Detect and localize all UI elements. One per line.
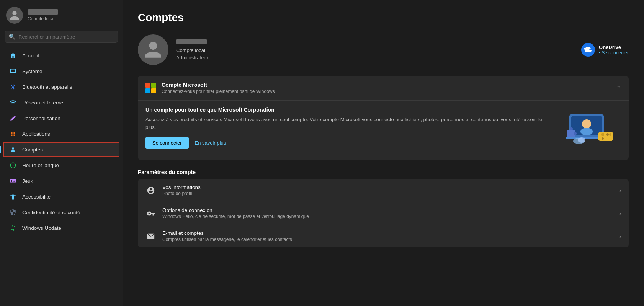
ms-account-promo-text: Un compte pour tout ce que Microsoft Cor… (145, 107, 552, 151)
avatar (6, 7, 23, 24)
accessibility-icon (9, 193, 17, 200)
profile-name-blur (28, 9, 58, 15)
sidebar-item-applications[interactable]: Applications (3, 126, 119, 142)
ms-account-card: Compte Microsoft Connectez-vous pour tir… (138, 76, 629, 160)
update-icon (9, 224, 17, 232)
connexion-title: Options de connexion (162, 207, 613, 213)
ms-promo-desc: Accédez à vos produits et services Micro… (145, 116, 552, 131)
sidebar-item-heure[interactable]: Heure et langue (3, 158, 119, 173)
ms-promo-illustration (560, 107, 621, 151)
sidebar-item-accessibilite[interactable]: Accessibilité (3, 189, 119, 204)
accounts-icon (9, 146, 17, 153)
search-input[interactable] (18, 34, 114, 40)
settings-item-email[interactable]: E-mail et comptes Comptes utilisés par l… (138, 225, 629, 247)
email-desc: Comptes utilisés par la messagerie, le c… (162, 237, 613, 242)
personalize-icon (9, 114, 17, 122)
section-title: Paramètres du compte (138, 169, 629, 175)
connexion-desc: Windows Hello, clé de sécurité, mot de p… (162, 214, 613, 219)
profile-subtitle: Compte local (28, 16, 58, 21)
bluetooth-icon (9, 83, 17, 91)
ms-logo-green (151, 83, 156, 88)
onedrive-title: OneDrive (599, 44, 629, 50)
onedrive-dot: • (599, 50, 600, 55)
sidebar-item-confidentialite[interactable]: Confidentialité et sécurité (3, 205, 119, 220)
apps-icon (9, 130, 17, 138)
home-icon (9, 52, 17, 59)
sidebar-item-systeme[interactable]: Système (3, 63, 119, 79)
sidebar-item-label: Accueil (22, 53, 39, 59)
ms-account-text-header: Compte Microsoft Connectez-vous pour tir… (162, 82, 275, 94)
chevron-right-icon-2: › (619, 210, 621, 216)
sidebar-item-label: Bluetooth et appareils (22, 84, 72, 90)
user-avatar (138, 34, 168, 65)
search-box[interactable]: 🔍 (5, 31, 118, 43)
ms-account-body: Un compte pour tout ce que Microsoft Cor… (138, 100, 629, 160)
account-settings-section: Paramètres du compte Vos informations Ph… (138, 169, 629, 247)
sidebar-item-personnalisation[interactable]: Personnalisation (3, 111, 119, 126)
microsoft-logo (145, 83, 156, 93)
sidebar-item-comptes[interactable]: Comptes (3, 142, 119, 157)
svg-point-9 (609, 133, 611, 136)
privacy-icon (9, 208, 17, 216)
settings-list: Vos informations Photo de profil › Optio… (138, 179, 629, 247)
main-content: Comptes Compte local Administrateur OneD… (123, 0, 644, 306)
sidebar-item-jeux[interactable]: Jeux (3, 173, 119, 189)
page-title: Comptes (138, 11, 629, 24)
sidebar-item-reseau[interactable]: Réseau et Internet (3, 95, 119, 110)
ms-promo-title: Un compte pour tout ce que Microsoft Cor… (145, 107, 552, 113)
chevron-right-icon: › (619, 187, 621, 194)
svg-point-14 (578, 137, 585, 143)
connect-button[interactable]: Se connecter (145, 137, 189, 149)
settings-item-vos-infos[interactable]: Vos informations Photo de profil › (138, 179, 629, 202)
sidebar-item-label: Heure et langue (22, 163, 59, 168)
connexion-info: Options de connexion Windows Hello, clé … (162, 207, 613, 219)
key-icon (145, 208, 156, 219)
onedrive-link[interactable]: •Se connecter (599, 50, 629, 55)
learn-more-button[interactable]: En savoir plus (195, 140, 226, 146)
vos-infos-title: Vos informations (162, 184, 613, 190)
sidebar-item-label: Accessibilité (22, 194, 51, 200)
svg-point-12 (574, 132, 577, 135)
user-card: Compte local Administrateur OneDrive •Se… (138, 34, 629, 65)
system-icon (9, 67, 17, 75)
email-title: E-mail et comptes (162, 230, 613, 236)
ms-account-title: Compte Microsoft (162, 82, 275, 88)
svg-point-7 (602, 137, 604, 140)
sidebar-item-label: Comptes (22, 147, 43, 153)
sidebar-item-label: Applications (22, 131, 50, 137)
svg-point-6 (601, 133, 604, 136)
search-icon: 🔍 (9, 34, 15, 40)
ms-logo-red (145, 83, 150, 88)
chevron-up-icon[interactable]: ⌃ (616, 85, 621, 92)
vos-infos-desc: Photo de profil (162, 191, 613, 196)
onedrive-icon (581, 43, 595, 57)
ms-logo-yellow (151, 88, 156, 93)
sidebar-item-label: Personnalisation (22, 116, 60, 121)
email-icon (145, 231, 156, 242)
sidebar-item-accueil[interactable]: Accueil (3, 48, 119, 63)
user-role: Administrateur (176, 55, 208, 60)
svg-point-3 (582, 119, 591, 129)
ms-logo-blue (145, 88, 150, 93)
user-account-type: Compte local (176, 47, 208, 53)
sidebar-item-bluetooth[interactable]: Bluetooth et appareils (3, 79, 119, 94)
ms-account-header: Compte Microsoft Connectez-vous pour tir… (138, 76, 629, 100)
sidebar-profile: Compte local (0, 0, 123, 29)
vos-infos-info: Vos informations Photo de profil (162, 184, 613, 196)
chevron-right-icon-3: › (619, 233, 621, 239)
settings-item-connexion[interactable]: Options de connexion Windows Hello, clé … (138, 202, 629, 225)
svg-point-11 (570, 127, 573, 130)
network-icon (9, 99, 17, 106)
user-info: Compte local Administrateur (176, 39, 208, 60)
ms-account-actions: Se connecter En savoir plus (145, 137, 552, 149)
sidebar-item-label: Système (22, 68, 42, 74)
ms-account-left: Compte Microsoft Connectez-vous pour tir… (145, 82, 275, 94)
email-info: E-mail et comptes Comptes utilisés par l… (162, 230, 613, 242)
time-icon (9, 161, 17, 169)
nav-list: Accueil Système Bluetooth et appareils R… (0, 46, 123, 306)
user-name-blur (176, 39, 207, 44)
sidebar: Compte local 🔍 Accueil Système Bluetooth… (0, 0, 123, 306)
sidebar-item-update[interactable]: Windows Update (3, 220, 119, 236)
sidebar-item-label: Windows Update (22, 225, 61, 231)
onedrive-info: OneDrive •Se connecter (599, 44, 629, 55)
